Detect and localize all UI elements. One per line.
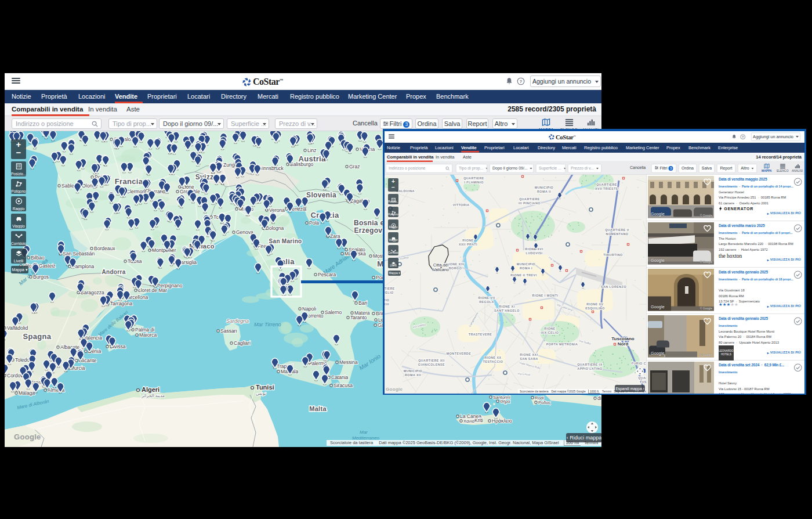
svg-text:Pescara: Pescara (318, 272, 336, 277)
svg-text:FURIO CAMI: FURIO CAMI (632, 362, 646, 365)
svg-text:Bilbao: Bilbao (31, 255, 45, 261)
svg-text:VITTORIA: VITTORIA (453, 203, 470, 207)
svg-text:Bari: Bari (358, 300, 367, 306)
svg-text:CIPIO: CIPIO (385, 298, 389, 302)
svg-text:ESQUILINO: ESQUILINO (585, 307, 605, 310)
svg-text:di Ala: di Ala (597, 395, 601, 401)
svg-text:ROMA XII: ROMA XII (405, 373, 421, 377)
svg-text:TIBURTINO: TIBURTINO (603, 253, 622, 257)
svg-text:Catania: Catania (331, 374, 349, 380)
svg-text:Valladolid: Valladolid (7, 325, 28, 331)
svg-text:Albacete: Albacete (60, 344, 79, 350)
svg-text:BALDUINA: BALDUINA (396, 189, 415, 193)
svg-text:LUDOVISI: LUDOVISI (525, 251, 542, 255)
svg-text:Malta: Malta (309, 405, 327, 412)
svg-text:?: ? (742, 135, 744, 139)
svg-text:APPIO LATINO: APPIO LATINO (577, 367, 602, 370)
svg-text:ROMA I: ROMA I (520, 266, 532, 270)
svg-text:Mar Tirreno: Mar Tirreno (254, 322, 281, 327)
svg-text:Napoli: Napoli (302, 306, 316, 312)
svg-text:RIONE XXI: RIONE XXI (520, 353, 538, 356)
svg-text:Vaticano: Vaticano (433, 267, 448, 272)
svg-text:GIANICOLENSE: GIANICOLENSE (418, 363, 445, 366)
svg-text:Lione: Lione (182, 184, 194, 190)
svg-text:III PINCIANO: III PINCIANO (519, 201, 541, 205)
svg-text:RIONE: RIONE (462, 239, 473, 242)
svg-text:Algeri: Algeri (142, 386, 160, 393)
svg-text:Bologna: Bologna (266, 225, 284, 231)
svg-text:XVII TRIESTE: XVII TRIESTE (595, 187, 618, 190)
svg-text:RIONE XIV: RIONE XIV (446, 262, 464, 266)
svg-text:Salerno: Salerno (325, 309, 342, 315)
svg-text:Θήρα: Θήρα (500, 399, 510, 404)
svg-text:Spagna: Spagna (23, 332, 52, 341)
svg-text:ROMA II: ROMA II (537, 190, 551, 193)
svg-text:Pola: Pola (309, 220, 319, 226)
svg-text:RIONE VII: RIONE VII (478, 296, 495, 300)
svg-text:I AURELIO: I AURELIO (385, 291, 394, 294)
svg-text:QUART: QUART (638, 376, 646, 380)
svg-text:XXII PRATI: XXII PRATI (459, 243, 477, 246)
svg-text:?: ? (520, 79, 523, 84)
svg-text:QUARTIERE: QUARTIERE (519, 197, 540, 201)
svg-text:Nord: Nord (618, 341, 629, 347)
svg-text:Siracusa: Siracusa (334, 383, 353, 388)
svg-text:I FLAMINIO: I FLAMINIO (464, 181, 484, 184)
svg-text:Málaga: Málaga (19, 390, 35, 396)
svg-text:Mar: Mar (360, 430, 368, 435)
svg-text:Χανιά: Χανιά (463, 419, 475, 424)
svg-text:TRASTEVERE: TRASTEVERE (469, 333, 492, 336)
svg-text:SAN SABA: SAN SABA (520, 357, 538, 361)
svg-text:Tuscolano: Tuscolano (611, 336, 635, 341)
svg-text:PORTA METRONIA: PORTA METRONIA (546, 343, 578, 346)
svg-text:Tunisi: Tunisi (256, 384, 274, 391)
svg-text:RIONE I MONTI: RIONE I MONTI (532, 294, 559, 297)
svg-text:TESTACCIO: TESTACCIO (483, 360, 503, 363)
svg-text:BORGO: BORGO (449, 266, 462, 270)
svg-text:Kriti: Kriti (474, 417, 483, 423)
svg-text:RIONE XVI: RIONE XVI (525, 247, 543, 251)
svg-text:QUARTIERE XII: QUARTIERE XII (418, 359, 445, 362)
svg-text:Messina: Messina (339, 359, 358, 365)
svg-text:Bordeaux: Bordeaux (94, 246, 115, 251)
svg-text:Graz: Graz (349, 164, 360, 170)
svg-text:Salisburgo: Salisburgo (290, 161, 313, 167)
svg-text:Innsbruck: Innsbruck (262, 165, 284, 171)
svg-text:RIONE XI: RIONE XI (499, 305, 514, 308)
svg-text:TUSC: TUSC (640, 380, 646, 384)
svg-text:Linz: Linz (307, 147, 317, 153)
svg-text:SAN LORENZO: SAN LORENZO (601, 285, 626, 289)
svg-text:QUARTIERE: QUARTIERE (463, 176, 484, 180)
svg-text:Maiorca: Maiorca (139, 332, 157, 338)
svg-text:MUNICIPIO: MUNICIPIO (517, 262, 535, 266)
svg-text:MUNICIPIO: MUNICIPIO (535, 186, 553, 189)
svg-text:RIONE XV: RIONE XV (586, 302, 603, 306)
svg-text:Sassari: Sassari (220, 328, 237, 334)
svg-text:MUNICIPIO: MUNICIPIO (404, 369, 422, 373)
svg-text:NOMENTANO: NOMENTANO (606, 232, 629, 236)
svg-text:تونس: تونس (256, 391, 266, 396)
svg-text:QUARTIERE IX: QUARTIERE IX (577, 363, 603, 366)
svg-text:Sardegna: Sardegna (226, 318, 249, 324)
svg-text:Tarragona: Tarragona (110, 301, 133, 307)
svg-text:QUARTIERE: QUARTIERE (385, 287, 395, 290)
svg-text:Saragozza: Saragozza (81, 290, 104, 295)
svg-text:XIX CELIO: XIX CELIO (541, 331, 559, 334)
svg-text:MONTEVERDE: MONTEVERDE (447, 352, 471, 355)
svg-text:Lloret de Mar: Lloret de Mar (138, 287, 167, 293)
svg-text:Andorra: Andorra (102, 269, 126, 275)
svg-text:REGOLA: REGOLA (479, 300, 494, 304)
svg-text:RIONE: RIONE (544, 327, 555, 330)
svg-text:A XIII: A XIII (385, 302, 389, 306)
svg-text:مدينة الجزائر: مدينة الجزائر (141, 393, 165, 398)
svg-text:Ρόδος: Ρόδος (538, 400, 551, 405)
svg-text:Slovenia: Slovenia (306, 191, 336, 199)
svg-text:Cagliari: Cagliari (234, 340, 251, 346)
svg-text:Taranto: Taranto (350, 315, 367, 320)
svg-text:QUARTIERE: QUARTIERE (596, 183, 617, 186)
svg-text:SANT'ANGELO: SANT'ANGELO (494, 309, 520, 312)
svg-text:QUARTIERE V: QUARTIERE V (605, 228, 629, 232)
svg-text:Francia: Francia (115, 177, 143, 186)
svg-text:Toledo: Toledo (15, 357, 30, 363)
svg-text:RIONE XX: RIONE XX (484, 356, 501, 359)
